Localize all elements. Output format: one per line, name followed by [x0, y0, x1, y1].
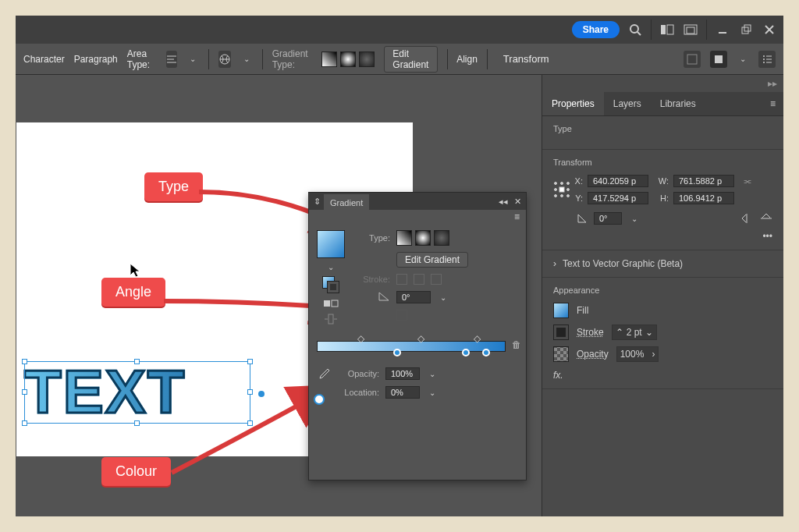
rotate-input[interactable]: 0°	[594, 212, 622, 225]
angle-input[interactable]: 0°	[396, 291, 431, 303]
reference-point-icon[interactable]	[684, 51, 701, 68]
window-minimize-icon[interactable]	[715, 22, 730, 37]
panel-close-icon[interactable]: ✕	[514, 197, 521, 207]
type-label: Type:	[353, 233, 390, 243]
callout-type: Type	[144, 172, 203, 201]
gradient-color-stop[interactable]	[462, 349, 470, 356]
panel-collapse-icon[interactable]: ▸▸	[542, 75, 783, 92]
edit-gradient-button[interactable]: Edit Gradient	[384, 46, 437, 73]
chevron-down-icon[interactable]: ⌄	[240, 55, 253, 63]
more-options-icon[interactable]: •••	[553, 231, 772, 242]
gradient-color-stop[interactable]	[482, 349, 490, 356]
window-close-icon[interactable]	[762, 22, 777, 37]
flip-vertical-icon[interactable]	[760, 213, 772, 224]
fx-button[interactable]: fx.	[553, 370, 772, 381]
reference-point-selector[interactable]	[553, 181, 570, 198]
opacity-value[interactable]: 100%›	[616, 346, 659, 362]
arrange-window-icon[interactable]	[683, 22, 698, 37]
svg-point-22	[763, 62, 765, 63]
svg-rect-8	[744, 25, 751, 31]
svg-rect-33	[559, 187, 564, 192]
gradient-panel-tab[interactable]: Gradient	[324, 194, 369, 211]
share-button[interactable]: Share	[572, 21, 620, 38]
stroke-weight-input[interactable]: ⌃2 pt⌄	[612, 325, 657, 340]
canvas[interactable]: TEXT Type Angle Colour	[16, 75, 542, 516]
stroke-swatch[interactable]	[553, 325, 569, 340]
fill-swatch[interactable]	[553, 303, 569, 318]
aspect-ratio-icon[interactable]	[324, 314, 338, 325]
opacity-swatch[interactable]	[553, 346, 569, 362]
align-label[interactable]: Align	[456, 54, 478, 65]
gradient-radial-swatch[interactable]	[415, 230, 431, 246]
x-input[interactable]: 640.2059 p	[588, 175, 648, 187]
stroke-gradient-along-icon[interactable]	[414, 274, 424, 285]
h-input[interactable]: 106.9412 p	[673, 192, 734, 204]
y-input[interactable]: 417.5294 p	[588, 192, 648, 204]
panel-menu-icon[interactable]: ≡	[762, 92, 783, 115]
arrange-columns-icon[interactable]	[659, 22, 675, 37]
chevron-down-icon[interactable]: ⌄	[426, 370, 439, 378]
chevron-down-icon[interactable]: ⌄	[325, 263, 337, 271]
option-character[interactable]: Character	[23, 54, 65, 65]
gradient-slider[interactable]: ◇ ◇ ◇ 🗑	[317, 335, 518, 358]
option-paragraph[interactable]: Paragraph	[74, 54, 118, 65]
window-restore-icon[interactable]	[738, 22, 754, 37]
opacity-label: Opacity:	[342, 369, 379, 378]
chevron-down-icon[interactable]: ⌄	[437, 293, 449, 302]
gradient-linear-swatch[interactable]	[321, 51, 337, 67]
text-to-vector-label: Text to Vector Graphic (Beta)	[563, 258, 683, 269]
aspect-lock-icon[interactable]	[396, 310, 407, 321]
stroke-label[interactable]: Stroke	[577, 327, 604, 338]
stroke-gradient-within-icon[interactable]	[396, 274, 407, 285]
transform-label[interactable]: Transform	[503, 53, 549, 65]
warp-icon[interactable]	[218, 51, 231, 68]
right-panel-column: ▸▸ Properties Layers Libraries ≡ Type Tr…	[542, 75, 783, 516]
gradient-linear-swatch[interactable]	[396, 230, 412, 246]
panel-expand-icon[interactable]: ⇕	[314, 197, 321, 207]
flip-horizontal-icon[interactable]	[741, 213, 754, 224]
chevron-down-icon[interactable]: ⌄	[186, 55, 199, 63]
reverse-gradient-icon[interactable]	[323, 298, 339, 309]
section-title: Appearance	[553, 286, 772, 295]
delete-stop-icon[interactable]: 🗑	[512, 339, 521, 350]
paragraph-align-dropdown[interactable]	[166, 51, 178, 68]
svg-rect-4	[684, 25, 697, 34]
svg-line-1	[637, 32, 641, 35]
panel-collapse-icon[interactable]: ◂◂	[499, 197, 508, 207]
location-input[interactable]: 0%	[385, 386, 420, 399]
gradient-preview-swatch[interactable]	[317, 230, 345, 258]
align-to-icon[interactable]	[710, 51, 727, 68]
gradient-freeform-swatch[interactable]	[359, 51, 375, 67]
angle-icon	[353, 291, 390, 303]
option-area-type[interactable]: Area Type:	[127, 48, 157, 70]
text-thread-port[interactable]	[258, 391, 265, 397]
search-icon[interactable]	[627, 22, 643, 37]
svg-rect-26	[328, 314, 333, 324]
chevron-down-icon[interactable]: ⌄	[628, 215, 641, 223]
section-text-to-vector[interactable]: › Text to Vector Graphic (Beta)	[542, 250, 783, 278]
gradient-radial-swatch[interactable]	[340, 51, 356, 67]
panel-menu-icon[interactable]: ≡	[514, 211, 520, 222]
h-label: H:	[653, 193, 669, 203]
chevron-down-icon[interactable]: ⌄	[426, 388, 439, 397]
w-input[interactable]: 761.5882 p	[673, 175, 734, 187]
tab-layers[interactable]: Layers	[604, 92, 651, 115]
opacity-label[interactable]: Opacity	[577, 349, 609, 360]
svg-point-30	[561, 183, 563, 185]
tab-properties[interactable]: Properties	[542, 92, 604, 115]
eyedropper-icon[interactable]	[317, 367, 331, 381]
stroke-gradient-across-icon[interactable]	[431, 274, 442, 285]
panel-titlebar[interactable]: ⇕ Gradient ◂◂ ✕	[309, 193, 526, 210]
options-list-icon[interactable]	[758, 51, 776, 68]
opacity-input[interactable]: 100%	[385, 367, 420, 380]
edit-gradient-button[interactable]: Edit Gradient	[396, 252, 468, 268]
gradient-color-stop[interactable]	[393, 349, 401, 356]
fill-stroke-indicator[interactable]	[322, 276, 339, 293]
gradient-panel[interactable]: ⇕ Gradient ◂◂ ✕ ≡ ⌄	[308, 192, 527, 481]
chevron-down-icon[interactable]: ⌄	[737, 55, 749, 63]
selected-stop-indicator[interactable]	[314, 394, 325, 405]
gradient-freeform-swatch[interactable]	[434, 230, 449, 246]
tab-libraries[interactable]: Libraries	[651, 92, 705, 115]
text-object[interactable]: TEXT	[24, 356, 186, 427]
link-wh-icon[interactable]: ⫘	[739, 176, 755, 186]
